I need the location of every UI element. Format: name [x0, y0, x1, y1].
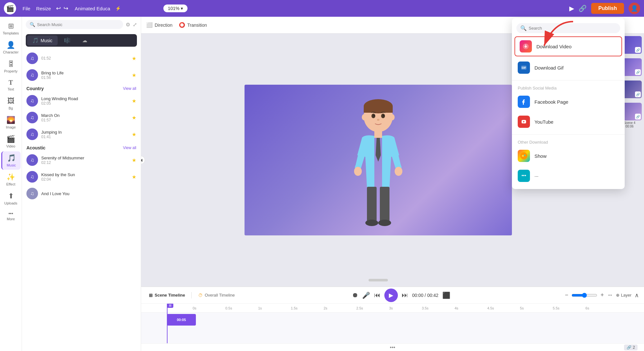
favorite-icon[interactable]: ★: [132, 157, 136, 163]
track-title: Long Winding Road: [41, 96, 129, 101]
zoom-out-button[interactable]: −: [565, 292, 568, 299]
tab-scene-timeline[interactable]: ⊞ Scene Timeline: [146, 291, 187, 299]
favorite-icon[interactable]: ★: [132, 115, 136, 121]
tab-overall-timeline[interactable]: ⏱ Overall Timeline: [196, 291, 237, 299]
sidebar-item-effect[interactable]: ✨ Effect: [1, 170, 21, 189]
view-all-acoustic[interactable]: View all: [123, 146, 136, 150]
download-gif-item[interactable]: GIF Download Gif: [512, 58, 625, 78]
resize-menu[interactable]: Resize: [36, 6, 51, 11]
favorite-icon[interactable]: ★: [132, 72, 136, 78]
search-box[interactable]: 🔍: [26, 20, 123, 29]
svg-point-7: [377, 119, 380, 121]
list-item[interactable]: ♫ Jumping In 01:41 ★: [22, 126, 141, 143]
track-duration: 01:56: [41, 75, 129, 80]
sidebar-item-image[interactable]: 🌄 Image: [1, 113, 21, 132]
user-avatar[interactable]: 👤: [629, 3, 640, 14]
facebook-label: Facebook Page: [534, 99, 568, 105]
list-item[interactable]: ♫ Long Winding Road 02:05 ★: [22, 92, 141, 109]
title-edit-icon[interactable]: ⚡: [115, 6, 121, 11]
svg-point-4: [381, 114, 385, 118]
publish-button[interactable]: Publish: [591, 3, 624, 14]
sidebar-item-more[interactable]: ••• More: [1, 208, 21, 223]
sidebar-item-video[interactable]: 🎬 Video: [1, 132, 21, 151]
music-tab-sfx[interactable]: 🎼: [59, 35, 76, 45]
list-item[interactable]: ♫ Kissed by the Sun 02:04 ★: [22, 168, 141, 185]
fit-button[interactable]: ↔: [607, 292, 613, 299]
sidebar-item-property[interactable]: 🎛 Property: [1, 57, 21, 76]
list-item[interactable]: ♫ And I Love You: [22, 185, 141, 202]
clip-label: 00:05: [177, 318, 186, 322]
collapse-panel-button[interactable]: ◀: [141, 156, 145, 164]
list-item[interactable]: ♫ 01:52 ★: [22, 50, 141, 67]
other-item[interactable]: ••• ···: [512, 166, 625, 186]
show-icon: [518, 150, 530, 162]
music-list: ♫ 01:52 ★ ♫ Bring to Life 01:56 ★ Countr…: [22, 49, 141, 351]
show-item[interactable]: Show: [512, 146, 625, 166]
view-all-country[interactable]: View all: [123, 86, 136, 91]
youtube-item[interactable]: YouTube: [512, 112, 625, 132]
fast-forward-button[interactable]: ⏭: [402, 291, 408, 299]
list-item[interactable]: ♫ Serenity of Midsummer 02:12 ★: [22, 152, 141, 168]
list-item[interactable]: ♫ Bring to Life 01:56 ★: [22, 67, 141, 83]
sidebar-item-text[interactable]: T Text: [1, 76, 21, 94]
file-menu[interactable]: File: [23, 6, 30, 11]
facebook-icon: [518, 96, 530, 108]
mic-button[interactable]: 🎤: [362, 291, 370, 299]
music-section-acoustic: Acoustic View all: [22, 143, 141, 152]
topbar-menu: File Resize: [23, 6, 51, 11]
undo-button[interactable]: ↩: [56, 5, 61, 12]
transport-controls: ⏺ 🎤 ⏮ ▶ ⏭ 00:00 / 00:42 ⬛: [352, 289, 450, 302]
music-tab-music[interactable]: 🎵 Music: [27, 35, 58, 45]
canvas-scrollbar[interactable]: [369, 279, 388, 281]
dropdown-search[interactable]: 🔍: [516, 23, 620, 33]
sidebar-item-uploads[interactable]: ⬆ Uploads: [1, 189, 21, 208]
layer-button[interactable]: ⊕ Layer: [616, 293, 631, 298]
dropdown-search-input[interactable]: [529, 26, 616, 31]
play-button[interactable]: ▶: [384, 289, 398, 302]
list-item[interactable]: ♫ March On 01:57 ★: [22, 109, 141, 126]
ruler-mark-2.5: 2.5s: [356, 306, 389, 310]
svg-point-6: [383, 115, 384, 116]
music-tabs: 🎵 Music 🎼 ☁: [26, 34, 137, 47]
track-icon: ♫: [26, 188, 38, 199]
favorite-icon[interactable]: ★: [132, 55, 136, 62]
redo-button[interactable]: ↪: [63, 5, 68, 12]
sidebar-item-bg[interactable]: 🖼 Bg: [1, 94, 21, 113]
timeline-clip[interactable]: 00:05: [167, 314, 196, 326]
download-video-item[interactable]: Download Video: [514, 36, 622, 56]
expand-icon[interactable]: ⤢: [133, 22, 137, 28]
favorite-icon[interactable]: ★: [132, 174, 136, 180]
timeline-controls: ⊞ Scene Timeline ⏱ Overall Timeline ⏺ 🎤 …: [141, 287, 644, 304]
svg-rect-10: [374, 131, 382, 138]
favorite-icon[interactable]: ★: [132, 131, 136, 138]
favorite-icon[interactable]: ★: [132, 98, 136, 104]
track-icon: ♫: [26, 128, 38, 140]
timeline-expand-button[interactable]: ∧: [635, 292, 639, 299]
transition-tool[interactable]: ⭕ Transition: [179, 22, 207, 28]
other-label: ···: [534, 173, 539, 179]
facebook-item[interactable]: Facebook Page: [512, 92, 625, 112]
svg-point-11: [354, 167, 362, 176]
sidebar-item-character[interactable]: 👤 Character: [1, 38, 21, 57]
music-panel: 🔍 ⚙ ⤢ 🎵 Music 🎼 ☁ ♫ 01:: [22, 17, 141, 351]
music-tab-upload[interactable]: ☁: [77, 35, 92, 45]
record-button[interactable]: ⏺: [352, 291, 358, 299]
sidebar-item-templates[interactable]: ⊞ Templates: [1, 19, 21, 38]
sidebar-item-music[interactable]: 🎵 Music: [1, 151, 21, 170]
ruler-mark-5: 5s: [520, 306, 553, 310]
svg-point-3: [371, 114, 375, 118]
zoom-control[interactable]: 101% ▾: [163, 5, 187, 12]
search-input[interactable]: [37, 22, 119, 27]
preview-button[interactable]: ▶: [569, 5, 574, 12]
zoom-slider[interactable]: [572, 293, 597, 298]
zoom-in-button[interactable]: +: [601, 292, 604, 299]
svg-point-5: [373, 115, 375, 116]
share-button[interactable]: 🔗: [579, 5, 587, 12]
direction-tool[interactable]: ⬜ Direction: [146, 22, 172, 28]
sidebar: ⊞ Templates 👤 Character 🎛 Property T Tex…: [0, 17, 22, 351]
captions-button[interactable]: ⬛: [442, 291, 450, 299]
topbar-actions: ▶ 🔗 Publish 👤: [569, 3, 640, 14]
rewind-button[interactable]: ⏮: [374, 291, 380, 299]
filter-icon[interactable]: ⚙: [126, 22, 130, 28]
svg-text:GIF: GIF: [522, 66, 526, 69]
